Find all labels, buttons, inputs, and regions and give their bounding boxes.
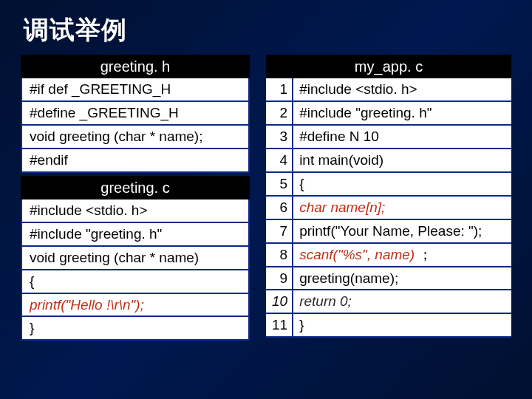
table-row: 8scanf("%s", name) ；	[266, 243, 511, 267]
greeting-c-header: greeting. c	[21, 176, 250, 200]
code-cell: int main(void)	[293, 149, 511, 172]
code-line: #include "greeting. h"	[21, 223, 250, 247]
line-number: 1	[266, 78, 293, 101]
table-row: 4int main(void)	[266, 149, 511, 172]
right-column: my_app. c 1#include <stdio. h>2#include …	[266, 55, 511, 341]
table-row: 3#define N 10	[266, 125, 511, 149]
code-line-emphasis: printf("Hello !\r\n");	[21, 294, 250, 318]
code-cell: return 0;	[293, 290, 511, 313]
code-table: 1#include <stdio. h>2#include "greeting.…	[266, 78, 511, 338]
code-line: }	[21, 317, 250, 341]
code-cell: scanf("%s", name) ；	[293, 243, 511, 267]
line-number: 5	[266, 172, 293, 196]
code-line: {	[21, 270, 250, 294]
line-number: 3	[266, 125, 293, 149]
line-number: 2	[266, 101, 293, 125]
line-number: 6	[266, 196, 293, 219]
code-cell: #include <stdio. h>	[293, 78, 511, 101]
line-number: 4	[266, 149, 293, 172]
table-row: 7printf("Your Name, Please: ");	[266, 219, 511, 243]
line-number: 9	[266, 267, 293, 290]
code-line: void greeting (char * name)	[21, 247, 250, 270]
code-line: #endif	[21, 149, 250, 173]
greeting-h-header: greeting. h	[21, 55, 250, 78]
code-cell: #define N 10	[293, 125, 511, 149]
line-number: 11	[266, 313, 293, 337]
code-cell: {	[293, 172, 511, 196]
code-cell: char name[n];	[293, 196, 511, 219]
line-number: 8	[266, 243, 293, 267]
slide-title: 调试举例	[24, 13, 511, 47]
line-number: 10	[266, 290, 293, 313]
code-line: void greeting (char * name);	[21, 126, 250, 149]
code-line: #if def _GREETING_H	[21, 78, 250, 102]
code-line: #define _GREETING_H	[21, 102, 250, 126]
code-line: #include <stdio. h>	[21, 200, 250, 223]
line-number: 7	[266, 219, 293, 243]
code-cell: }	[293, 313, 511, 337]
table-row: 9greeting(name);	[266, 267, 511, 290]
table-row: 5{	[266, 172, 511, 196]
left-column: greeting. h #if def _GREETING_H #define …	[21, 55, 250, 341]
code-cell: #include "greeting. h"	[293, 101, 511, 125]
table-row: 11}	[266, 313, 511, 337]
code-cell: greeting(name);	[293, 267, 511, 290]
code-cell: printf("Your Name, Please: ");	[293, 219, 511, 243]
myapp-c-header: my_app. c	[266, 55, 511, 78]
table-row: 1#include <stdio. h>	[266, 78, 511, 101]
table-row: 10 return 0;	[266, 290, 511, 313]
columns: greeting. h #if def _GREETING_H #define …	[21, 55, 511, 341]
table-row: 6char name[n];	[266, 196, 511, 219]
table-row: 2#include "greeting. h"	[266, 101, 511, 125]
